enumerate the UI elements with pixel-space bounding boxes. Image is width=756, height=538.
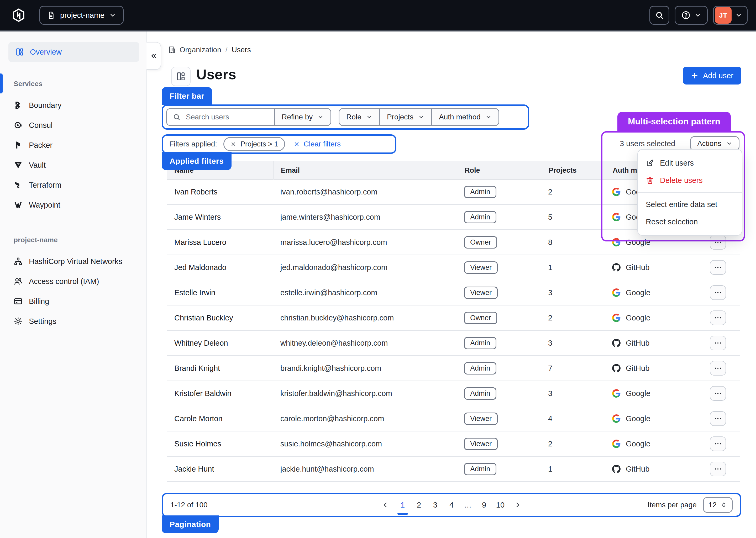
dashboard-icon bbox=[15, 47, 24, 56]
breadcrumb: Organization / Users bbox=[168, 46, 251, 54]
actions-menu: Edit users Delete users Select entire da… bbox=[637, 149, 742, 236]
sidebar-item-terraform[interactable]: Terraform bbox=[0, 175, 146, 195]
sidebar-item-label: Boundary bbox=[29, 101, 61, 110]
row-actions-button[interactable] bbox=[710, 436, 726, 451]
projects-count: 4 bbox=[541, 414, 605, 423]
page-button[interactable]: 1 bbox=[397, 494, 408, 516]
table-row[interactable]: Kristofer Baldwin kristofer.baldwin@hash… bbox=[167, 381, 740, 406]
role-badge: Owner bbox=[464, 312, 497, 324]
table-row[interactable]: Brandi Knight brandi.knight@hashicorp.co… bbox=[167, 356, 740, 381]
breadcrumb-organization[interactable]: Organization bbox=[168, 46, 221, 54]
breadcrumb-separator: / bbox=[226, 46, 228, 54]
search-field bbox=[167, 109, 274, 125]
table-row[interactable]: Jackie Hunt jackie.hunt@hashicorp.com Ad… bbox=[167, 457, 740, 482]
row-actions-button[interactable] bbox=[710, 285, 726, 300]
applied-filters-bar: Filters applied: Projects > 1 Clear filt… bbox=[162, 134, 396, 154]
role-badge: Admin bbox=[464, 337, 496, 349]
page-button[interactable]: 9 bbox=[478, 494, 490, 516]
user-email: brandi.knight@hashicorp.com bbox=[273, 364, 457, 373]
actions-dropdown-button[interactable]: Actions bbox=[690, 136, 739, 151]
projects-filter-dropdown[interactable]: Projects bbox=[379, 109, 431, 125]
sidebar-item-label: Access control (IAM) bbox=[29, 277, 99, 286]
chevron-right-icon bbox=[514, 501, 521, 509]
sidebar-section-services: Services bbox=[14, 80, 146, 88]
user-email: jame.winters@hashicorp.com bbox=[273, 213, 457, 222]
help-menu-button[interactable] bbox=[675, 6, 708, 25]
sidebar-collapse-button[interactable] bbox=[146, 42, 161, 70]
sidebar-item-hashicorp-virtual-networks[interactable]: HashiCorp Virtual Networks bbox=[0, 251, 146, 271]
search-input[interactable] bbox=[185, 112, 260, 122]
user-email: jed.maldonado@hashicorp.com bbox=[273, 263, 457, 272]
table-row[interactable]: Christian Buckley christian.buckley@hash… bbox=[167, 305, 740, 331]
plus-icon bbox=[691, 72, 698, 79]
role-filter-dropdown[interactable]: Role bbox=[340, 109, 379, 125]
row-actions-button[interactable] bbox=[710, 336, 726, 350]
refine-by-dropdown[interactable]: Refine by bbox=[274, 109, 331, 125]
sidebar-item-vault[interactable]: Vault bbox=[0, 155, 146, 175]
items-per-page-select[interactable]: 12 bbox=[703, 497, 732, 513]
user-name: Jed Maldonado bbox=[167, 263, 273, 272]
row-actions-button[interactable] bbox=[710, 310, 726, 325]
ellipsis-icon bbox=[714, 465, 722, 473]
pager: 1 2 3 4 … 9 10 bbox=[379, 494, 524, 516]
project-switcher-button[interactable]: project-name bbox=[39, 6, 124, 25]
row-actions-button[interactable] bbox=[710, 361, 726, 376]
hcp-users-page: project-name JT Overview Ser bbox=[0, 0, 756, 538]
role-badge: Viewer bbox=[464, 287, 498, 299]
page-button[interactable]: 4 bbox=[446, 494, 457, 516]
search-icon bbox=[655, 11, 664, 20]
row-actions-button[interactable] bbox=[710, 235, 726, 249]
row-actions-button[interactable] bbox=[710, 260, 726, 275]
terraform-icon bbox=[14, 181, 23, 189]
boundary-icon bbox=[14, 101, 23, 110]
menu-item-reset-selection[interactable]: Reset selection bbox=[638, 213, 742, 231]
page-button[interactable]: 10 bbox=[495, 494, 506, 516]
sidebar-item-settings[interactable]: Settings bbox=[0, 311, 146, 331]
user-email: whitney.deleon@hashicorp.com bbox=[273, 339, 457, 348]
user-menu-button[interactable]: JT bbox=[713, 6, 748, 25]
sidebar-item-label: Overview bbox=[30, 48, 62, 56]
role-badge: Admin bbox=[464, 463, 496, 475]
global-search-button[interactable] bbox=[649, 6, 670, 25]
table-row[interactable]: Susie Holmes susie.holmes@hashicorp.com … bbox=[167, 431, 740, 457]
help-circle-icon bbox=[681, 11, 691, 20]
row-actions-button[interactable] bbox=[710, 386, 726, 401]
sidebar-item-billing[interactable]: Billing bbox=[0, 291, 146, 311]
row-actions-button[interactable] bbox=[710, 411, 726, 426]
column-header-role[interactable]: Role bbox=[457, 161, 541, 180]
user-email: susie.holmes@hashicorp.com bbox=[273, 440, 457, 448]
page-button[interactable]: 3 bbox=[429, 494, 441, 516]
menu-item-select-entire-data-set[interactable]: Select entire data set bbox=[638, 196, 742, 213]
filter-chip-projects[interactable]: Projects > 1 bbox=[223, 137, 285, 151]
sidebar-item-waypoint[interactable]: Waypoint bbox=[0, 195, 146, 215]
role-badge: Viewer bbox=[464, 438, 498, 450]
table-row[interactable]: Carole Morton carole.morton@hashicorp.co… bbox=[167, 406, 740, 431]
clear-filters-link[interactable]: Clear filters bbox=[294, 140, 341, 148]
row-actions-button[interactable] bbox=[710, 461, 726, 476]
table-row[interactable]: Jed Maldonado jed.maldonado@hashicorp.co… bbox=[167, 255, 740, 280]
sidebar-item-boundary[interactable]: Boundary bbox=[0, 95, 146, 115]
next-page-button[interactable] bbox=[511, 498, 524, 512]
previous-page-button[interactable] bbox=[379, 498, 392, 512]
ellipsis-icon bbox=[714, 263, 722, 272]
sidebar-item-overview[interactable]: Overview bbox=[8, 42, 139, 62]
role-badge: Admin bbox=[464, 362, 496, 374]
sidebar-item-label: Packer bbox=[29, 141, 52, 150]
sidebar-item-packer[interactable]: Packer bbox=[0, 135, 146, 155]
add-user-button[interactable]: Add user bbox=[683, 67, 741, 84]
sidebar-item-consul[interactable]: Consul bbox=[0, 115, 146, 135]
page-button[interactable]: 2 bbox=[413, 494, 425, 516]
sidebar-item-label: Waypoint bbox=[29, 201, 60, 209]
auth-method-filter-dropdown[interactable]: Auth method bbox=[431, 109, 499, 125]
sidebar-item-label: Vault bbox=[29, 161, 46, 170]
sidebar-item-access-control-iam[interactable]: Access control (IAM) bbox=[0, 271, 146, 291]
table-row[interactable]: Whitney Deleon whitney.deleon@hashicorp.… bbox=[167, 331, 740, 356]
column-header-projects[interactable]: Projects bbox=[541, 161, 605, 180]
role-badge: Viewer bbox=[464, 412, 498, 425]
menu-item-delete-users[interactable]: Delete users bbox=[638, 172, 742, 189]
table-row[interactable]: Estelle Irwin estelle.irwin@hashicorp.co… bbox=[167, 280, 740, 305]
column-header-email[interactable]: Email bbox=[273, 161, 457, 180]
projects-count: 1 bbox=[541, 465, 605, 473]
ellipsis-icon bbox=[714, 414, 722, 423]
menu-item-edit-users[interactable]: Edit users bbox=[638, 154, 742, 172]
